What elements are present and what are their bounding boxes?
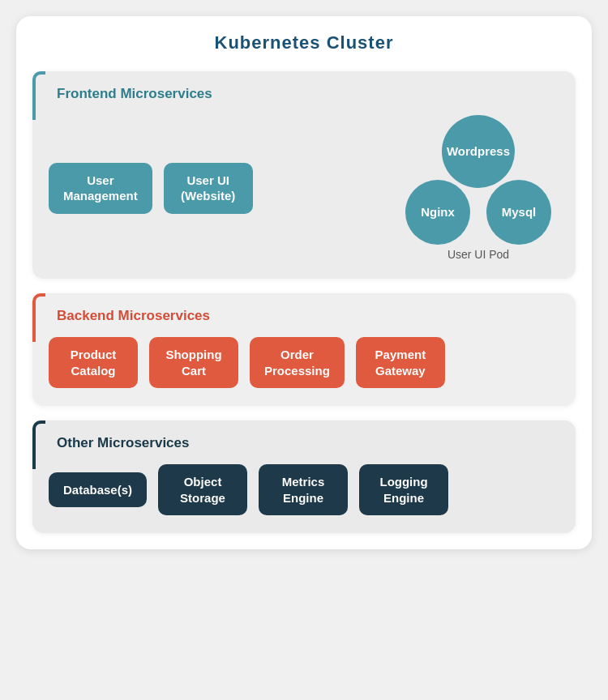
frontend-title: Frontend Microservices <box>57 86 559 102</box>
circle-wordpress: Wordpress <box>442 115 515 188</box>
btn-order-processing[interactable]: Order Processing <box>250 337 345 388</box>
btn-logging-engine[interactable]: Logging Engine <box>359 464 448 515</box>
frontend-inner: User Management User UI (Website) Wordpr… <box>49 115 559 261</box>
other-services: Database(s) Object Storage Metrics Engin… <box>49 464 559 515</box>
btn-metrics-engine[interactable]: Metrics Engine <box>259 464 348 515</box>
backend-title: Backend Microservices <box>57 308 559 324</box>
btn-shopping-cart[interactable]: Shopping Cart <box>149 337 238 388</box>
main-container: Kubernetes Cluster Frontend Microservice… <box>16 16 592 549</box>
pod-circles: Wordpress Nginx Mysql <box>397 115 559 245</box>
pod-label: User UI Pod <box>447 248 509 261</box>
btn-payment-gateway[interactable]: Payment Gateway <box>356 337 445 388</box>
backend-bracket <box>32 293 45 342</box>
btn-user-management[interactable]: User Management <box>49 163 152 214</box>
frontend-services: User Management User UI (Website) <box>49 163 253 214</box>
btn-user-ui-website[interactable]: User UI (Website) <box>164 163 253 214</box>
page-title: Kubernetes Cluster <box>32 32 576 53</box>
btn-databases[interactable]: Database(s) <box>49 472 147 508</box>
btn-object-storage[interactable]: Object Storage <box>158 464 247 515</box>
other-bracket <box>32 420 45 469</box>
backend-services: Product Catalog Shopping Cart Order Proc… <box>49 337 559 388</box>
backend-section: Backend Microservices Product Catalog Sh… <box>32 293 576 406</box>
user-ui-pod: Wordpress Nginx Mysql User UI Pod <box>397 115 559 261</box>
circle-mysql: Mysql <box>486 180 551 245</box>
frontend-bracket <box>32 71 45 120</box>
circle-nginx: Nginx <box>405 180 470 245</box>
other-title: Other Microservices <box>57 435 559 451</box>
other-section: Other Microservices Database(s) Object S… <box>32 420 576 533</box>
frontend-section: Frontend Microservices User Management U… <box>32 71 576 279</box>
btn-product-catalog[interactable]: Product Catalog <box>49 337 138 388</box>
